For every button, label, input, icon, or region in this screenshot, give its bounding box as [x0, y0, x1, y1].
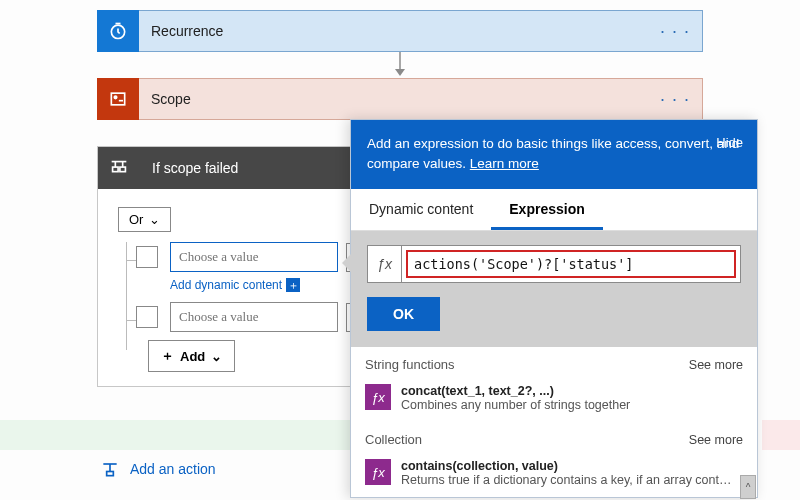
learn-more-link[interactable]: Learn more — [470, 156, 539, 171]
add-action-icon — [100, 459, 120, 479]
connector-arrow — [0, 52, 800, 78]
add-action-label: Add an action — [130, 461, 216, 477]
fn-description: Combines any number of strings together — [401, 398, 630, 412]
fn-signature: concat(text_1, text_2?, ...) — [401, 384, 630, 398]
svg-marker-2 — [395, 69, 405, 76]
svg-rect-9 — [107, 472, 114, 476]
plus-icon: ＋ — [161, 347, 174, 365]
row-checkbox[interactable] — [136, 306, 158, 328]
expression-input[interactable]: actions('Scope')?['status'] — [406, 250, 736, 278]
row-checkbox[interactable] — [136, 246, 158, 268]
value-input-2[interactable] — [170, 302, 338, 332]
group-operator-dropdown[interactable]: Or ⌄ — [118, 207, 171, 232]
svg-rect-7 — [113, 167, 119, 172]
see-more-link[interactable]: See more — [689, 358, 743, 372]
condition-title: If scope failed — [152, 160, 238, 176]
fx-icon: ƒx — [365, 384, 391, 410]
panel-header: Add an expression to do basic things lik… — [351, 120, 757, 189]
panel-help-text: Add an expression to do basic things lik… — [367, 136, 739, 171]
svg-rect-3 — [111, 93, 124, 105]
group-operator-label: Or — [129, 212, 143, 227]
panel-tabs: Dynamic content Expression — [351, 189, 757, 231]
recurrence-menu-icon[interactable]: · · · — [660, 21, 690, 42]
function-contains[interactable]: ƒx contains(collection, value) Returns t… — [351, 453, 757, 497]
plus-icon: ＋ — [286, 278, 300, 292]
fn-description: Returns true if a dictionary contains a … — [401, 473, 731, 487]
recurrence-block[interactable]: Recurrence · · · — [97, 10, 703, 52]
value-input-1[interactable] — [170, 242, 338, 272]
function-concat[interactable]: ƒx concat(text_1, text_2?, ...) Combines… — [351, 378, 757, 422]
collection-functions-header: Collection See more — [351, 422, 757, 453]
scope-menu-icon[interactable]: · · · — [660, 89, 690, 110]
ok-button[interactable]: OK — [367, 297, 440, 331]
expression-panel: Add an expression to do basic things lik… — [350, 119, 758, 498]
fx-icon: ƒx — [365, 459, 391, 485]
svg-point-4 — [114, 96, 117, 99]
scope-icon — [97, 78, 139, 120]
add-condition-button[interactable]: ＋ Add ⌄ — [148, 340, 235, 372]
scope-block[interactable]: Scope · · · — [97, 78, 703, 120]
chevron-down-icon: ⌄ — [211, 349, 222, 364]
fn-signature: contains(collection, value) — [401, 459, 731, 473]
section-title: Collection — [365, 432, 422, 447]
scope-title: Scope — [151, 91, 191, 107]
scrollbar-up-icon[interactable]: ^ — [740, 475, 756, 499]
fx-icon: ƒx — [367, 245, 401, 283]
chevron-down-icon: ⌄ — [149, 212, 160, 227]
tab-expression[interactable]: Expression — [491, 189, 602, 230]
add-action-button[interactable]: Add an action — [100, 459, 216, 479]
expression-input-wrap: actions('Scope')?['status'] — [401, 245, 741, 283]
condition-icon — [98, 147, 140, 189]
hide-button[interactable]: Hide — [716, 134, 743, 153]
string-functions-header: String functions See more — [351, 347, 757, 378]
dynamic-content-label: Add dynamic content — [170, 278, 282, 292]
see-more-link[interactable]: See more — [689, 433, 743, 447]
recurrence-title: Recurrence — [151, 23, 223, 39]
section-title: String functions — [365, 357, 455, 372]
add-label: Add — [180, 349, 205, 364]
panel-pointer-icon — [342, 254, 351, 272]
svg-rect-8 — [120, 167, 126, 172]
clock-icon — [97, 10, 139, 52]
tab-dynamic-content[interactable]: Dynamic content — [351, 189, 491, 230]
